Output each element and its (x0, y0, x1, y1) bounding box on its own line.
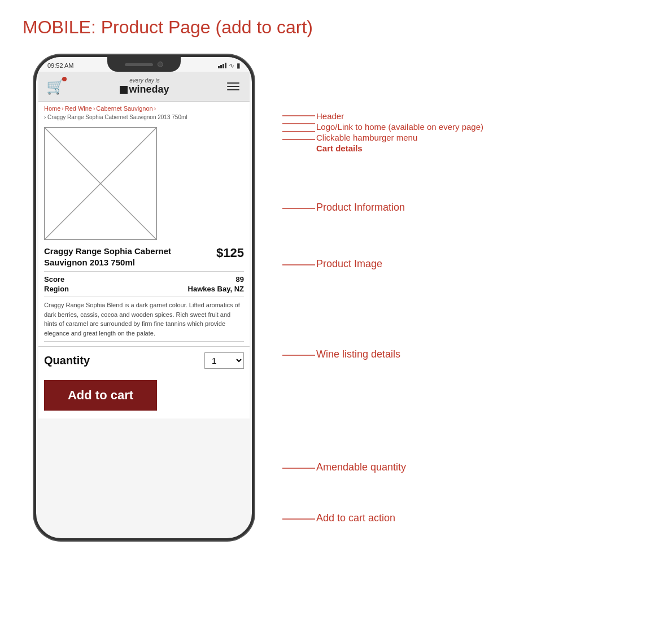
region-row: Region Hawkes Bay, NZ (44, 285, 244, 293)
phone-screen: 🛒 every day is wineday (38, 72, 250, 419)
annotation-header: Header Logo/Link to home (available on e… (316, 111, 483, 153)
cart-icon: 🛒 (46, 78, 64, 95)
product-name: Craggy Range Sophia Cabernet Sauvignon 2… (44, 246, 216, 268)
phone-frame: 09:52 AM ∿ ▮ 🛒 (34, 55, 254, 540)
product-image-svg (45, 128, 156, 239)
cart-annotation-text: Cart details (316, 143, 363, 153)
score-value: 89 (236, 275, 244, 284)
page-title: MOBILE: Product Page (add to cart) (0, 0, 672, 49)
breadcrumb-sub: › Craggy Range Sophia Cabernet Sauvignon… (38, 113, 250, 123)
breadcrumb-red-wine[interactable]: Red Wine (65, 105, 92, 112)
annotation-wine-listing: Wine listing details (316, 348, 400, 360)
logo-tagline: every day is (64, 77, 225, 84)
quantity-label: Quantity (44, 354, 90, 367)
breadcrumb: Home › Red Wine › Cabernet Sauvignon › (38, 102, 250, 113)
product-image (44, 127, 157, 240)
hamburger-annotation-text: Clickable hamburger menu (316, 133, 417, 142)
product-description: Craggy Range Sophia Blend is a dark garn… (44, 297, 244, 338)
notch-camera (158, 62, 163, 67)
add-to-cart-annotation-text: Add to cart action (316, 512, 395, 524)
cart-icon-wrapper[interactable]: 🛒 (46, 78, 64, 95)
product-name-price: Craggy Range Sophia Cabernet Sauvignon 2… (44, 246, 244, 268)
region-value: Hawkes Bay, NZ (188, 285, 244, 293)
annotation-product-image: Product Image (316, 258, 382, 270)
annotations-panel: Header Logo/Link to home (available on e… (282, 55, 672, 563)
quantity-annotation-text: Amendable quantity (316, 461, 406, 473)
notch-speaker (125, 63, 153, 66)
wifi-icon: ∿ (229, 62, 234, 69)
annotation-product-info: Product Information (316, 202, 405, 213)
hamburger-menu[interactable] (225, 80, 242, 93)
chevron-icon-2: › (93, 106, 95, 112)
quantity-section: Quantity 1 2 3 4 5 6 (38, 346, 250, 374)
logo-annotation-text: Logo/Link to home (available on every pa… (316, 122, 483, 132)
status-icons: ∿ ▮ (218, 62, 241, 69)
chevron-icon-3: › (154, 106, 156, 112)
notch (107, 57, 181, 72)
add-to-cart-section: Add to cart (38, 374, 250, 419)
signal-icon (218, 63, 226, 68)
product-image-annotation-text: Product Image (316, 258, 382, 269)
wine-listing-annotation-text: Wine listing details (316, 348, 400, 360)
cart-badge (62, 77, 67, 81)
app-header: 🛒 every day is wineday (38, 72, 250, 102)
details-table: Score 89 Region Hawkes Bay, NZ (44, 271, 244, 293)
score-label: Score (44, 275, 64, 284)
battery-icon: ▮ (237, 62, 241, 69)
product-price: $125 (216, 246, 244, 260)
breadcrumb-cabernet[interactable]: Cabernet Sauvignon (96, 105, 152, 112)
breadcrumb-home[interactable]: Home (44, 105, 60, 112)
annotation-add-to-cart: Add to cart action (316, 512, 395, 524)
header-logo[interactable]: every day is wineday (64, 77, 225, 95)
score-row: Score 89 (44, 275, 244, 284)
product-section: Craggy Range Sophia Cabernet Sauvignon 2… (38, 123, 250, 346)
chevron-icon: › (62, 106, 63, 112)
product-info-annotation-text: Product Information (316, 202, 405, 213)
logo-square-icon (120, 86, 128, 94)
phone-mockup: 09:52 AM ∿ ▮ 🛒 (34, 55, 271, 540)
product-info: Craggy Range Sophia Cabernet Sauvignon 2… (44, 246, 244, 342)
header-annotation-text: Header (316, 111, 344, 121)
annotation-quantity: Amendable quantity (316, 461, 406, 473)
time-display: 09:52 AM (47, 62, 73, 69)
status-bar: 09:52 AM ∿ ▮ (36, 57, 252, 72)
add-to-cart-button[interactable]: Add to cart (44, 380, 157, 411)
region-label: Region (44, 285, 69, 293)
quantity-select[interactable]: 1 2 3 4 5 6 (204, 352, 244, 369)
logo-main: wineday (64, 84, 225, 95)
